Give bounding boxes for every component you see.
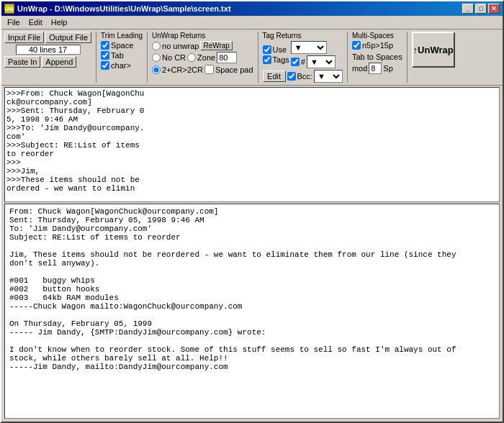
close-button[interactable]: ✕ xyxy=(488,4,500,14)
sep2 xyxy=(147,32,148,83)
two-cr-row: 2+CR>2CR Space pad xyxy=(152,65,253,74)
zone-radio[interactable] xyxy=(187,53,196,62)
toolbar: Input File Output File 40 lines 17 Paste… xyxy=(1,29,503,86)
title-bar: UW UnWrap - D:\WindowsUtilities\UnWrap\S… xyxy=(1,1,503,16)
n5p15p-checkbox[interactable] xyxy=(352,41,361,50)
lines-display: 40 lines 17 xyxy=(16,45,81,55)
char-label: char> xyxy=(111,61,131,70)
sep3 xyxy=(258,32,258,83)
append-button[interactable]: Append xyxy=(42,56,76,68)
sep4 xyxy=(347,32,348,83)
window-title: UnWrap - D:\WindowsUtilities\UnWrap\Samp… xyxy=(17,4,231,13)
char-checkbox-row: char> xyxy=(101,61,143,70)
menu-bar: File Edit Help xyxy=(1,16,503,29)
paste-in-button[interactable]: Paste In xyxy=(4,56,40,68)
multi-spaces-label: Multi-Spaces xyxy=(352,32,402,40)
tag-dropdown-1[interactable]: ▼ xyxy=(291,41,327,54)
content-area: >>>From: Chuck Wagon[WagonChu ck@ourcomp… xyxy=(1,86,503,422)
maximize-button[interactable]: □ xyxy=(475,4,487,14)
bcc-checkbox[interactable] xyxy=(287,72,296,81)
no-cr-label: No CR xyxy=(162,53,186,62)
title-bar-text: UW UnWrap - D:\WindowsUtilities\UnWrap\S… xyxy=(4,4,231,14)
two-cr-label: 2+CR>2CR xyxy=(162,65,203,74)
space-label: Space xyxy=(111,41,133,50)
trim-leading-label: Trim Leading xyxy=(101,32,143,40)
unwrap-returns-group: UnWrap Returns no unwrap ReWrap No CR Zo… xyxy=(152,32,253,74)
hash-label: # xyxy=(301,58,305,66)
sep5 xyxy=(407,32,408,83)
tab-to-spaces-label: Tab to Spaces xyxy=(352,53,402,61)
space-checkbox[interactable] xyxy=(101,41,109,50)
tag-returns-group: Tag Returns Use Tags ▼ xyxy=(263,32,343,83)
bcc-label: Bcc: xyxy=(297,72,312,81)
unwrap-big-button-container: ↑UnWrap xyxy=(412,32,455,68)
sep1 xyxy=(96,32,96,83)
tags-checkbox[interactable] xyxy=(263,55,271,64)
menu-help[interactable]: Help xyxy=(47,17,72,28)
no-cr-row: No CR Zone xyxy=(152,52,253,63)
sp-label: Sp xyxy=(383,64,392,73)
hash-checkbox[interactable] xyxy=(291,58,300,66)
space-checkbox-row: Space xyxy=(101,41,143,50)
app-icon: UW xyxy=(4,4,14,14)
menu-file[interactable]: File xyxy=(3,17,24,28)
n5p15p-label: n5p>15p xyxy=(362,41,393,50)
use-label: Use xyxy=(273,45,287,54)
use-checkbox[interactable] xyxy=(263,45,271,54)
mod-label: mod xyxy=(352,64,367,73)
two-cr-radio[interactable] xyxy=(152,65,161,74)
no-unwrap-row: no unwrap ReWrap xyxy=(152,41,253,50)
rewrap-button[interactable]: ReWrap xyxy=(200,41,233,50)
menu-edit[interactable]: Edit xyxy=(24,17,47,28)
title-bar-buttons: _ □ ✕ xyxy=(462,4,500,14)
top-pane[interactable]: >>>From: Chuck Wagon[WagonChu ck@ourcomp… xyxy=(4,87,500,202)
trim-leading-group: Trim Leading Space Tab char> xyxy=(101,32,143,70)
unwrap-returns-label: UnWrap Returns xyxy=(152,32,253,40)
tags-label: Tags xyxy=(273,55,289,64)
edit-button[interactable]: Edit xyxy=(263,70,286,82)
zone-label: Zone xyxy=(197,53,215,62)
bcc-dropdown[interactable]: ▼ xyxy=(314,70,343,83)
no-unwrap-label: no unwrap xyxy=(162,42,199,50)
minimize-button[interactable]: _ xyxy=(462,4,474,14)
tab-checkbox-row: Tab xyxy=(101,51,143,60)
bottom-pane[interactable]: From: Chuck Wagon[WagonChuck@ourcompany.… xyxy=(4,204,500,419)
tag-returns-label: Tag Returns xyxy=(263,32,343,40)
tag-dropdown-2[interactable]: ▼ xyxy=(307,55,336,68)
unwrap-big-button[interactable]: ↑UnWrap xyxy=(412,32,455,68)
output-file-button[interactable]: Output File xyxy=(45,32,91,43)
no-unwrap-radio[interactable] xyxy=(152,42,161,50)
input-file-button[interactable]: Input File xyxy=(4,32,44,43)
mod-value-input[interactable] xyxy=(369,63,382,74)
char-checkbox[interactable] xyxy=(101,61,109,70)
tab-label: Tab xyxy=(111,51,124,60)
space-pad-checkbox[interactable] xyxy=(204,65,214,74)
multi-spaces-group: Multi-Spaces n5p>15p Tab to Spaces mod S… xyxy=(352,32,402,74)
main-window: UW UnWrap - D:\WindowsUtilities\UnWrap\S… xyxy=(0,0,504,423)
zone-value-input[interactable] xyxy=(217,52,237,63)
tab-checkbox[interactable] xyxy=(101,51,109,60)
no-cr-radio[interactable] xyxy=(152,53,161,62)
file-group: Input File Output File 40 lines 17 Paste… xyxy=(4,32,91,68)
space-pad-label: Space pad xyxy=(215,65,253,74)
